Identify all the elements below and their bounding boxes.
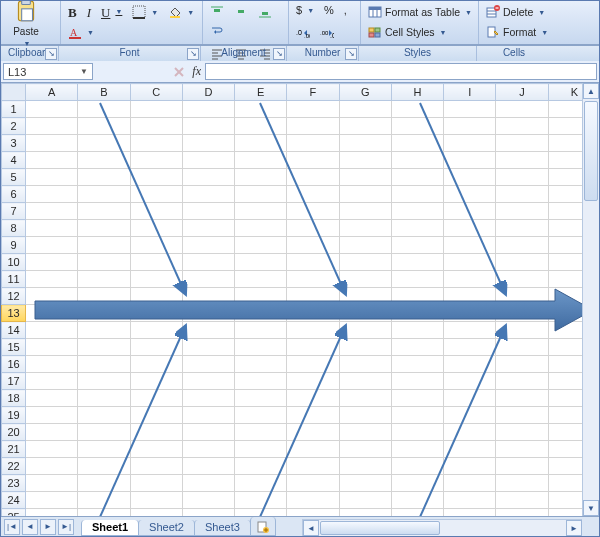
column-header-G[interactable]: G: [339, 84, 391, 101]
cell-D17[interactable]: [182, 373, 234, 390]
cell-D6[interactable]: [182, 186, 234, 203]
cell-A10[interactable]: [26, 254, 78, 271]
cell-J11[interactable]: [496, 271, 548, 288]
cell-H16[interactable]: [391, 356, 443, 373]
cell-G19[interactable]: [339, 407, 391, 424]
cell-C3[interactable]: [130, 135, 182, 152]
cell-D4[interactable]: [182, 152, 234, 169]
cell-B21[interactable]: [78, 441, 130, 458]
cell-J15[interactable]: [496, 339, 548, 356]
row-header-2[interactable]: 2: [2, 118, 26, 135]
row-header-19[interactable]: 19: [2, 407, 26, 424]
decrease-decimal-button[interactable]: .00.0: [316, 24, 338, 42]
cancel-icon[interactable]: [172, 65, 186, 79]
cell-C24[interactable]: [130, 492, 182, 509]
cell-F2[interactable]: [287, 118, 339, 135]
column-header-B[interactable]: B: [78, 84, 130, 101]
cell-I19[interactable]: [444, 407, 496, 424]
cell-D7[interactable]: [182, 203, 234, 220]
column-header-H[interactable]: H: [391, 84, 443, 101]
align-middle-button[interactable]: [230, 3, 252, 21]
cell-G21[interactable]: [339, 441, 391, 458]
cell-A18[interactable]: [26, 390, 78, 407]
cell-E15[interactable]: [235, 339, 287, 356]
vertical-scrollbar[interactable]: ▲ ▼: [582, 83, 599, 516]
cell-H1[interactable]: [391, 101, 443, 118]
delete-button[interactable]: Delete▼: [482, 3, 549, 21]
cell-E23[interactable]: [235, 475, 287, 492]
column-header-D[interactable]: D: [182, 84, 234, 101]
row-header-15[interactable]: 15: [2, 339, 26, 356]
scroll-thumb-horizontal[interactable]: [320, 521, 440, 535]
cell-E9[interactable]: [235, 237, 287, 254]
cell-H20[interactable]: [391, 424, 443, 441]
cell-G23[interactable]: [339, 475, 391, 492]
cell-F3[interactable]: [287, 135, 339, 152]
row-header-17[interactable]: 17: [2, 373, 26, 390]
cell-H22[interactable]: [391, 458, 443, 475]
tab-first-button[interactable]: |◄: [4, 519, 20, 535]
cell-H18[interactable]: [391, 390, 443, 407]
cell-H14[interactable]: [391, 322, 443, 339]
cell-A15[interactable]: [26, 339, 78, 356]
cell-F11[interactable]: [287, 271, 339, 288]
cell-G1[interactable]: [339, 101, 391, 118]
cell-D8[interactable]: [182, 220, 234, 237]
cell-D3[interactable]: [182, 135, 234, 152]
scroll-left-button[interactable]: ◄: [303, 520, 319, 536]
cell-I6[interactable]: [444, 186, 496, 203]
cell-J19[interactable]: [496, 407, 548, 424]
cell-A20[interactable]: [26, 424, 78, 441]
wrap-text-button[interactable]: [206, 23, 228, 41]
row-header-6[interactable]: 6: [2, 186, 26, 203]
cell-B23[interactable]: [78, 475, 130, 492]
select-all-corner[interactable]: [2, 84, 26, 101]
cell-B14[interactable]: [78, 322, 130, 339]
row-header-12[interactable]: 12: [2, 288, 26, 305]
cell-A22[interactable]: [26, 458, 78, 475]
cell-C16[interactable]: [130, 356, 182, 373]
cell-A24[interactable]: [26, 492, 78, 509]
cell-A23[interactable]: [26, 475, 78, 492]
cell-D9[interactable]: [182, 237, 234, 254]
cell-J18[interactable]: [496, 390, 548, 407]
cell-A9[interactable]: [26, 237, 78, 254]
cell-H9[interactable]: [391, 237, 443, 254]
cell-B20[interactable]: [78, 424, 130, 441]
cell-I4[interactable]: [444, 152, 496, 169]
cell-F22[interactable]: [287, 458, 339, 475]
cell-A19[interactable]: [26, 407, 78, 424]
cell-E3[interactable]: [235, 135, 287, 152]
cell-B8[interactable]: [78, 220, 130, 237]
row-header-5[interactable]: 5: [2, 169, 26, 186]
cell-A6[interactable]: [26, 186, 78, 203]
cell-D16[interactable]: [182, 356, 234, 373]
border-button[interactable]: ▼: [128, 3, 162, 21]
cell-H24[interactable]: [391, 492, 443, 509]
new-sheet-button[interactable]: [250, 517, 276, 536]
cell-B2[interactable]: [78, 118, 130, 135]
cell-G17[interactable]: [339, 373, 391, 390]
cell-A14[interactable]: [26, 322, 78, 339]
cell-A2[interactable]: [26, 118, 78, 135]
cell-I24[interactable]: [444, 492, 496, 509]
cell-D19[interactable]: [182, 407, 234, 424]
cell-I14[interactable]: [444, 322, 496, 339]
cell-I15[interactable]: [444, 339, 496, 356]
cell-I17[interactable]: [444, 373, 496, 390]
fill-color-button[interactable]: ▼: [164, 3, 198, 21]
cell-G14[interactable]: [339, 322, 391, 339]
tab-next-button[interactable]: ►: [40, 519, 56, 535]
row-header-21[interactable]: 21: [2, 441, 26, 458]
cell-J17[interactable]: [496, 373, 548, 390]
cell-J20[interactable]: [496, 424, 548, 441]
cell-G4[interactable]: [339, 152, 391, 169]
format-button[interactable]: Format▼: [482, 23, 552, 41]
cell-F1[interactable]: [287, 101, 339, 118]
sheet-tab-2[interactable]: Sheet2: [138, 520, 195, 536]
cell-J23[interactable]: [496, 475, 548, 492]
cell-J2[interactable]: [496, 118, 548, 135]
cell-F6[interactable]: [287, 186, 339, 203]
cell-B17[interactable]: [78, 373, 130, 390]
column-header-J[interactable]: J: [496, 84, 548, 101]
